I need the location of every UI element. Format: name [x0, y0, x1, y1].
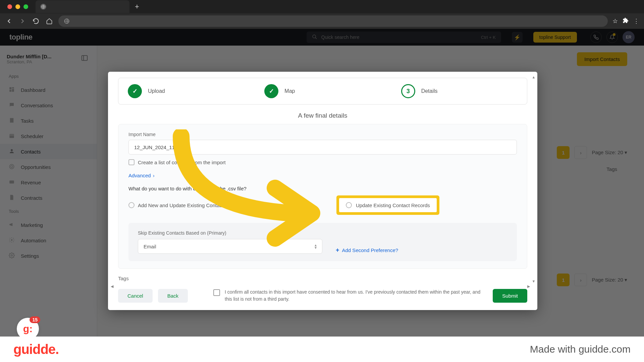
radio-icon[interactable] — [346, 202, 352, 208]
guidde-tagline: Made with guidde.com — [530, 344, 631, 355]
address-bar[interactable] — [58, 15, 608, 27]
scroll-up-icon[interactable]: ▲ — [532, 75, 536, 79]
back-button[interactable]: Back — [158, 289, 188, 303]
plus-icon: + — [336, 247, 339, 254]
browser-chrome: + ☆ ⋮ — [0, 0, 644, 29]
check-icon: ✓ — [128, 84, 142, 98]
scroll-left-icon[interactable]: ◀ — [111, 284, 113, 289]
maximize-window-icon[interactable] — [23, 4, 28, 9]
import-question: What do you want to do with contacts in … — [128, 186, 517, 191]
modal-hscrollbar[interactable]: ◀ ▶ — [111, 284, 530, 289]
advanced-toggle[interactable]: Advanced› — [128, 173, 517, 178]
modal-body: Import Name Create a list of contacts fr… — [118, 124, 527, 269]
checkbox-icon[interactable] — [128, 159, 135, 165]
step-details: 3 Details — [401, 84, 518, 98]
consent-row[interactable]: I confirm all contacts in this import ha… — [213, 289, 487, 303]
back-icon[interactable] — [5, 17, 13, 25]
import-name-input[interactable] — [128, 140, 517, 155]
chevron-right-icon: › — [153, 173, 155, 178]
stepper: ✓ Upload ✓ Map 3 Details — [118, 78, 527, 105]
create-list-checkbox-row[interactable]: Create a list of contacts from the impor… — [128, 159, 517, 165]
submit-button[interactable]: Submit — [493, 289, 527, 303]
reload-icon[interactable] — [32, 17, 40, 25]
consent-text: I confirm all contacts in this import ha… — [225, 289, 487, 303]
guidde-glyph: g: — [23, 323, 33, 335]
step-upload: ✓ Upload — [128, 84, 244, 98]
import-name-label: Import Name — [128, 132, 517, 137]
check-icon: ✓ — [264, 84, 278, 98]
window-controls — [3, 4, 32, 9]
step-number: 3 — [401, 84, 415, 98]
checkbox-icon[interactable] — [213, 289, 220, 296]
radio-add-and-update[interactable]: Add New and Update Existing Contact Reco… — [128, 202, 244, 208]
add-second-preference[interactable]: + Add Second Preference? — [336, 247, 398, 254]
globe-icon — [40, 4, 46, 10]
home-icon[interactable] — [45, 17, 54, 25]
skip-existing-block: Skip Existing Contacts Based on (Primary… — [128, 223, 517, 261]
bookmark-icon[interactable]: ☆ — [612, 17, 618, 25]
scroll-down-icon[interactable]: ▼ — [532, 279, 536, 283]
guidde-logo: guidde. — [13, 342, 59, 357]
step-label: Map — [284, 88, 295, 94]
step-label: Upload — [148, 88, 165, 94]
radio-group: Add New and Update Existing Contact Reco… — [128, 195, 517, 215]
skip-primary-select[interactable]: Email ▴▾ — [138, 239, 322, 254]
radio-update-existing[interactable]: Update Existing Contact Records — [339, 198, 437, 212]
skip-label: Skip Existing Contacts Based on (Primary… — [138, 230, 322, 236]
create-list-label: Create a list of contacts from the impor… — [138, 160, 226, 165]
tags-section-label: Tags — [118, 276, 537, 281]
extensions-icon[interactable] — [623, 17, 629, 25]
modal-scrollbar[interactable]: ▲ ▼ — [531, 75, 536, 283]
select-value: Email — [144, 244, 156, 249]
step-map: ✓ Map — [264, 84, 381, 98]
radio-label: Update Existing Contact Records — [356, 202, 430, 208]
browser-tab[interactable] — [36, 0, 129, 13]
highlight-annotation: Update Existing Contact Records — [336, 195, 439, 215]
modal-title: A few final details — [108, 112, 537, 119]
badge-count: 15 — [30, 316, 40, 323]
browser-actions: ☆ ⋮ — [612, 17, 639, 25]
browser-toolbar: ☆ ⋮ — [0, 13, 644, 29]
app: topline Quick search here Ctrl + K ⚡ top… — [0, 29, 644, 362]
radio-label: Add New and Update Existing Contact Reco… — [138, 202, 244, 208]
guidde-footer: guidde. Made with guidde.com — [0, 337, 644, 362]
radio-icon[interactable] — [128, 202, 135, 208]
forward-icon[interactable] — [18, 17, 27, 25]
minimize-window-icon[interactable] — [15, 4, 20, 9]
chevron-updown-icon: ▴▾ — [315, 244, 317, 249]
kebab-menu-icon[interactable]: ⋮ — [633, 17, 639, 25]
import-modal: ✓ Upload ✓ Map 3 Details A few final det… — [108, 72, 537, 310]
scroll-right-icon[interactable]: ▶ — [527, 284, 530, 289]
globe-icon — [64, 18, 70, 24]
new-tab-button[interactable]: + — [135, 2, 139, 11]
tab-strip: + — [0, 0, 644, 13]
cancel-button[interactable]: Cancel — [118, 289, 153, 303]
step-label: Details — [421, 88, 438, 94]
close-window-icon[interactable] — [7, 4, 12, 9]
